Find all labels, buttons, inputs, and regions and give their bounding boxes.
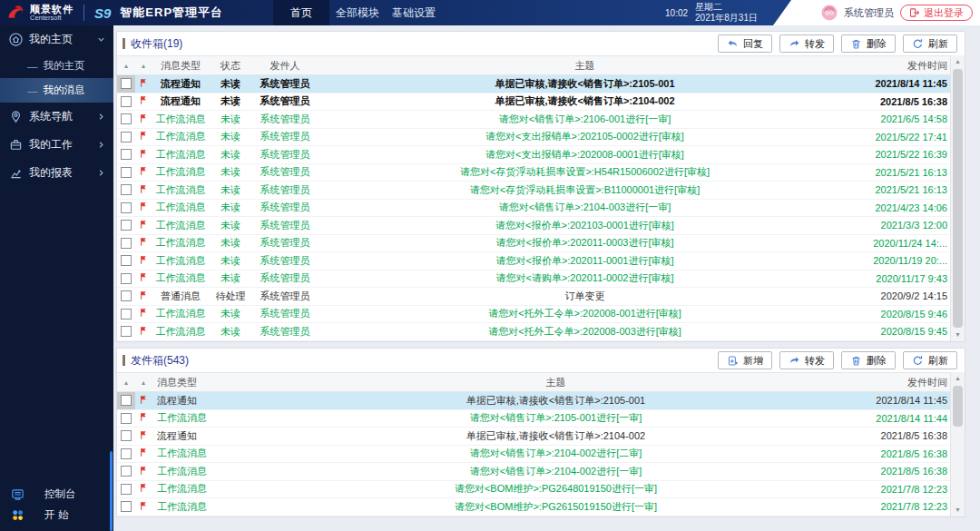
col-type[interactable]: 消息类型 — [152, 376, 260, 389]
sidebar-item-3[interactable]: 我的工作 — [0, 131, 113, 159]
col-subject[interactable]: 主题 — [260, 376, 851, 389]
select-all-header[interactable]: ▴ — [117, 62, 135, 70]
priority-flag-icon — [139, 308, 148, 318]
scroll-down-arrow[interactable]: ▼ — [951, 504, 965, 516]
message-row[interactable]: 流程通知单据已审核,请接收<销售订单>:2104-0022021/8/5 16:… — [117, 428, 951, 446]
message-row[interactable]: 工作流消息未读系统管理员请您对<支出报销单>:202105-0002进行[审核]… — [117, 129, 951, 147]
outbox-new-button[interactable]: 新增 — [718, 351, 772, 369]
row-checkbox[interactable] — [121, 484, 132, 495]
flag-header[interactable]: ▴ — [135, 379, 152, 387]
sender-cell: 系统管理员 — [251, 113, 318, 126]
col-status[interactable]: 状态 — [210, 59, 251, 73]
priority-flag-icon — [139, 326, 148, 336]
row-checkbox[interactable] — [121, 273, 132, 284]
row-checkbox[interactable] — [121, 255, 132, 266]
sidebar-subitem-1-2[interactable]: —我的消息 — [0, 78, 113, 103]
outbox-refresh-button[interactable]: 刷新 — [903, 351, 957, 369]
row-checkbox[interactable] — [121, 78, 132, 89]
row-checkbox[interactable] — [121, 113, 132, 124]
flag-header[interactable]: ▴ — [135, 62, 152, 70]
scrollbar-thumb[interactable] — [953, 69, 963, 328]
sidebar-subitem-1-1[interactable]: —我的主页 — [0, 54, 113, 78]
row-checkbox[interactable] — [121, 202, 132, 213]
type-cell: 工作流消息 — [152, 201, 210, 214]
col-type[interactable]: 消息类型 — [152, 59, 210, 73]
type-cell: 工作流消息 — [152, 482, 260, 496]
row-checkbox[interactable] — [121, 395, 132, 406]
row-checkbox[interactable] — [121, 430, 132, 441]
sidebar-scrollbar-thumb[interactable] — [110, 451, 113, 531]
col-time[interactable]: 发件时间 — [851, 59, 951, 73]
message-row[interactable]: 工作流消息未读系统管理员请您对<存货浮动耗损率设置>:B11000001进行[审… — [117, 182, 951, 200]
scroll-up-arrow[interactable]: ▲ — [951, 55, 965, 68]
inbox-forward-button[interactable]: 转发 — [779, 34, 834, 53]
logout-button[interactable]: 退出登录 — [900, 5, 973, 21]
row-checkbox[interactable] — [121, 466, 132, 477]
message-row[interactable]: 工作流消息未读系统管理员请您对<托外工令单>:202008-003进行[审核]2… — [117, 323, 951, 341]
row-checkbox[interactable] — [121, 132, 132, 143]
sidebar-item-2[interactable]: 系统导航 — [0, 103, 113, 131]
scroll-down-arrow[interactable]: ▼ — [951, 329, 965, 341]
message-row[interactable]: 工作流消息未读系统管理员请您对<报价单>:202011-0001进行[审核]20… — [117, 252, 951, 270]
nav-tab-3[interactable]: 基础设置 — [386, 0, 442, 25]
row-checkbox[interactable] — [121, 184, 132, 195]
inbox-reply-button[interactable]: 回复 — [718, 34, 772, 53]
inbox-refresh-button[interactable]: 刷新 — [903, 34, 957, 53]
subject-cell: 请您对<BOM维护>:PG2615019150进行[一审] — [260, 500, 851, 514]
row-checkbox[interactable] — [121, 96, 132, 107]
row-checkbox[interactable] — [121, 309, 132, 320]
inbox-delete-button[interactable]: 删除 — [841, 34, 896, 53]
message-row[interactable]: 工作流消息请您对<销售订单>:2104-002进行[一审]2021/8/5 16… — [117, 463, 951, 481]
row-checkbox[interactable] — [121, 149, 132, 160]
message-row[interactable]: 工作流消息请您对<BOM维护>:PG2615019150进行[一审]2021/7… — [117, 498, 951, 516]
message-row[interactable]: 工作流消息请您对<BOM维护>:PG2648019150进行[一审]2021/7… — [117, 481, 951, 499]
type-cell: 工作流消息 — [152, 271, 210, 285]
row-checkbox[interactable] — [121, 326, 132, 337]
checkbox-cell — [117, 129, 135, 146]
message-row[interactable]: 工作流消息未读系统管理员请您对<销售订单>:2106-001进行[一审]2021… — [117, 111, 951, 129]
col-time[interactable]: 发件时间 — [851, 376, 951, 389]
message-row[interactable]: 工作流消息未读系统管理员请您对<报价单>:202103-0001进行[审核]20… — [117, 217, 951, 235]
subject-cell: 单据已审核,请接收<销售订单>:2105-001 — [260, 394, 851, 408]
row-checkbox[interactable] — [121, 501, 132, 512]
message-row[interactable]: 流程通知未读系统管理员单据已审核,请接收<销售订单>:2104-0022021/… — [117, 93, 951, 112]
scrollbar-thumb[interactable] — [953, 386, 963, 427]
row-checkbox[interactable] — [121, 448, 132, 459]
message-row[interactable]: 工作流消息请您对<销售订单>:2105-001进行[一审]2021/8/14 1… — [117, 410, 951, 428]
outbox-forward-button[interactable]: 转发 — [779, 351, 834, 369]
sidebar-item-1[interactable]: 我的主页 — [0, 25, 113, 54]
type-cell: 工作流消息 — [152, 113, 210, 126]
select-all-header[interactable]: ▴ — [117, 379, 135, 387]
logout-icon — [909, 7, 920, 18]
scroll-up-arrow[interactable]: ▲ — [951, 372, 965, 385]
message-row[interactable]: 工作流消息未读系统管理员请您对<支出报销单>:202008-0001进行[审核]… — [117, 146, 951, 164]
sidebar-footer-item-2[interactable]: 开 始 — [0, 505, 113, 526]
flag-cell — [135, 308, 152, 320]
message-row[interactable]: 工作流消息未读系统管理员请您对<托外工令单>:202008-001进行[审核]2… — [117, 306, 951, 324]
sidebar-footer-item-1[interactable]: 控制台 — [0, 484, 113, 505]
dash-marker: — — [27, 61, 38, 72]
message-row[interactable]: 工作流消息未读系统管理员请您对<报价单>:202011-0003进行[审核]20… — [117, 235, 951, 253]
outbox-delete-button[interactable]: 删除 — [841, 351, 896, 369]
flag-cell — [135, 290, 152, 302]
message-row[interactable]: 流程通知单据已审核,请接收<销售订单>:2105-0012021/8/14 11… — [117, 392, 951, 410]
message-row[interactable]: 工作流消息未读系统管理员请您对<销售订单>:2104-003进行[一审]2021… — [117, 200, 951, 218]
status-cell: 未读 — [210, 130, 251, 143]
row-checkbox[interactable] — [121, 220, 132, 231]
col-subject[interactable]: 主题 — [318, 59, 851, 73]
row-checkbox[interactable] — [121, 167, 132, 178]
sidebar-item-4[interactable]: 我的报表 — [0, 159, 113, 187]
row-checkbox[interactable] — [121, 238, 132, 249]
sender-cell: 系统管理员 — [251, 201, 318, 214]
message-row[interactable]: 流程通知未读系统管理员单据已审核,请接收<销售订单>:2105-0012021/… — [117, 75, 951, 93]
subject-cell: 请您对<销售订单>:2104-003进行[一审] — [318, 201, 851, 214]
message-row[interactable]: 普通消息待处理系统管理员订单变更2020/9/2 14:15 — [117, 288, 951, 306]
message-row[interactable]: 工作流消息未读系统管理员请您对<请购单>:202011-0002进行[审核]20… — [117, 270, 951, 289]
nav-tab-1[interactable]: 首页 — [273, 0, 329, 25]
col-sender[interactable]: 发件人 — [251, 59, 318, 73]
row-checkbox[interactable] — [121, 413, 132, 424]
message-row[interactable]: 工作流消息请您对<销售订单>:2104-002进行[二审]2021/8/5 16… — [117, 446, 951, 464]
row-checkbox[interactable] — [121, 290, 132, 301]
nav-tab-2[interactable]: 全部模块 — [329, 0, 386, 25]
message-row[interactable]: 工作流消息未读系统管理员请您对<存货浮动耗损率设置>:H54R15006002进… — [117, 164, 951, 182]
